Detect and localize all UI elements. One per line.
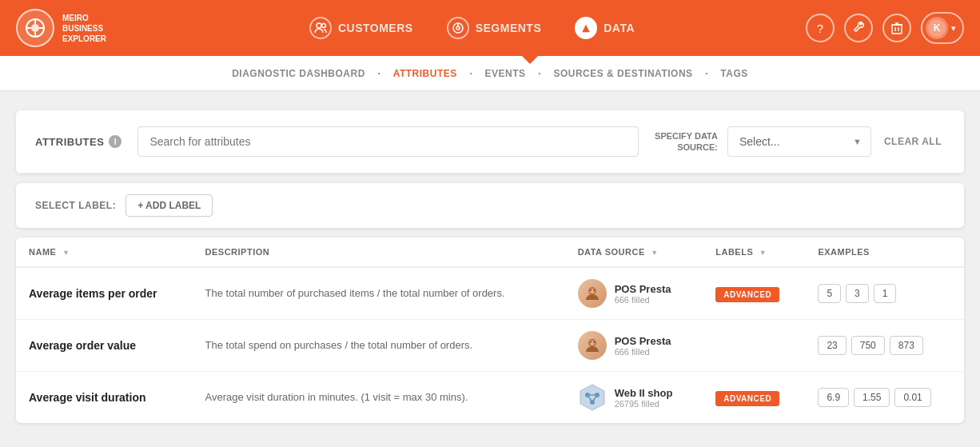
col-labels[interactable]: LABELS ▼	[703, 237, 805, 267]
select-wrapper: Select... ▼	[727, 126, 871, 157]
search-input[interactable]	[137, 126, 639, 157]
source-filled: 26795 filled	[615, 399, 673, 409]
source-hex-icon	[578, 383, 607, 412]
source-avatar	[578, 331, 607, 360]
attributes-title: ATTRIBUTES i	[35, 135, 122, 148]
header: MEIRO BUSINESS EXPLORER CUSTOMERS	[0, 0, 980, 56]
subnav-sources[interactable]: SOURCES & DESTINATIONS	[540, 68, 705, 79]
col-examples: EXAMPLES	[805, 237, 964, 267]
data-source-area: SPECIFY DATASOURCE: Select... ▼ CLEAR AL…	[655, 126, 945, 157]
cell-datasource: POS Presta 666 filled	[565, 320, 703, 372]
data-source-select[interactable]: Select...	[727, 126, 871, 157]
cell-labels: ADVANCED	[703, 267, 805, 320]
nav-data-label: DATA	[604, 22, 635, 34]
svg-point-24	[590, 341, 595, 345]
table-row: Average order valueThe total spend on pu…	[16, 320, 964, 372]
table-body: Average items per orderThe total number …	[16, 267, 964, 423]
table-row: Average visit durationAverage visit dura…	[16, 372, 964, 424]
settings-button[interactable]	[844, 14, 873, 42]
sub-nav: DIAGNOSTIC DASHBOARD • ATTRIBUTES • EVEN…	[0, 56, 980, 91]
col-name[interactable]: NAME ▼	[16, 237, 193, 267]
trash-icon	[891, 22, 902, 34]
example-chip: 873	[890, 336, 923, 355]
chevron-down-icon: ▾	[951, 23, 956, 34]
cell-name[interactable]: Average order value	[16, 320, 193, 372]
svg-text:K: K	[934, 22, 941, 34]
svg-point-20	[590, 289, 595, 293]
example-chip: 750	[851, 336, 885, 355]
svg-point-26	[593, 341, 595, 343]
delete-button[interactable]	[882, 14, 911, 42]
source-filled: 666 filled	[615, 347, 671, 357]
attributes-table-card: NAME ▼ DESCRIPTION DATA SOURCE ▼ LABELS …	[16, 237, 964, 423]
label-badge: ADVANCED	[715, 287, 779, 302]
cell-name[interactable]: Average items per order	[16, 267, 193, 320]
cell-description: The total spend on purchases / the total…	[193, 320, 565, 372]
clear-all-button[interactable]: CLEAR ALL	[881, 136, 945, 147]
svg-marker-27	[580, 385, 604, 410]
svg-point-7	[321, 24, 325, 28]
logo-text: MEIRO BUSINESS EXPLORER	[62, 13, 106, 44]
attributes-filter-card: ATTRIBUTES i SPECIFY DATASOURCE: Select.…	[16, 110, 964, 174]
nav-segments[interactable]: SEGMENTS	[434, 10, 555, 46]
subnav-diagnostic[interactable]: DIAGNOSTIC DASHBOARD	[219, 68, 378, 79]
attributes-header: ATTRIBUTES i SPECIFY DATASOURCE: Select.…	[16, 110, 964, 174]
cell-datasource: POS Presta 666 filled	[565, 267, 703, 320]
main-nav: CUSTOMERS SEGMENTS DATA	[138, 10, 806, 46]
cell-description: The total number of purchased items / th…	[193, 267, 565, 320]
info-icon[interactable]: i	[109, 135, 122, 148]
source-name: POS Presta	[615, 283, 671, 295]
cell-description: Average visit duration in minutes. (1 vi…	[193, 372, 565, 424]
svg-point-21	[590, 289, 592, 291]
data-source-label: SPECIFY DATASOURCE:	[655, 130, 718, 154]
svg-point-22	[593, 289, 595, 291]
source-name: Web II shop	[615, 387, 673, 399]
cell-examples: 23750873	[805, 320, 964, 372]
cell-name[interactable]: Average visit duration	[16, 372, 193, 424]
cell-examples: 6.91.550.01	[805, 372, 964, 424]
add-label-button[interactable]: + ADD LABEL	[125, 194, 213, 217]
example-chip: 0.01	[894, 388, 930, 407]
user-menu[interactable]: K ▾	[921, 12, 964, 44]
sort-name-icon: ▼	[62, 249, 70, 257]
source-avatar	[578, 279, 607, 308]
svg-marker-11	[581, 23, 591, 33]
cell-labels: ADVANCED	[703, 372, 805, 424]
nav-customers-label: CUSTOMERS	[338, 22, 413, 34]
cell-labels	[703, 320, 805, 372]
label-bar: SELECT LABEL: + ADD LABEL	[16, 183, 964, 228]
select-label-title: SELECT LABEL:	[35, 200, 116, 211]
example-chip: 1	[874, 284, 897, 303]
attributes-table: NAME ▼ DESCRIPTION DATA SOURCE ▼ LABELS …	[16, 237, 964, 423]
example-chip: 6.9	[818, 388, 849, 407]
table-header: NAME ▼ DESCRIPTION DATA SOURCE ▼ LABELS …	[16, 237, 964, 267]
data-icon	[575, 17, 597, 39]
data-nav-indicator	[522, 56, 538, 64]
nav-segments-label: SEGMENTS	[476, 22, 542, 34]
svg-point-9	[456, 26, 460, 30]
svg-point-25	[590, 341, 592, 343]
source-filled: 666 filled	[615, 295, 671, 305]
nav-data[interactable]: DATA	[562, 10, 647, 46]
subnav-attributes[interactable]: ATTRIBUTES	[380, 68, 470, 79]
wrench-icon	[852, 22, 865, 34]
header-right: ? K ▾	[806, 12, 964, 44]
sort-labels-icon: ▼	[759, 249, 767, 257]
nav-customers[interactable]: CUSTOMERS	[297, 10, 426, 46]
segments-icon	[447, 17, 469, 39]
cell-examples: 531	[805, 267, 964, 320]
subnav-events[interactable]: EVENTS	[472, 68, 539, 79]
sort-datasource-icon: ▼	[651, 249, 658, 257]
logo-svg	[25, 18, 46, 38]
example-chip: 23	[818, 336, 846, 355]
subnav-tags[interactable]: TAGS	[707, 68, 760, 79]
help-button[interactable]: ?	[806, 14, 835, 42]
logo-icon	[16, 9, 54, 47]
cell-datasource: Web II shop 26795 filled	[565, 372, 703, 424]
col-datasource[interactable]: DATA SOURCE ▼	[565, 237, 703, 267]
col-description: DESCRIPTION	[193, 237, 565, 267]
svg-point-6	[317, 23, 321, 28]
table-row: Average items per orderThe total number …	[16, 267, 964, 320]
customers-icon	[309, 17, 332, 39]
source-name: POS Presta	[615, 335, 671, 347]
